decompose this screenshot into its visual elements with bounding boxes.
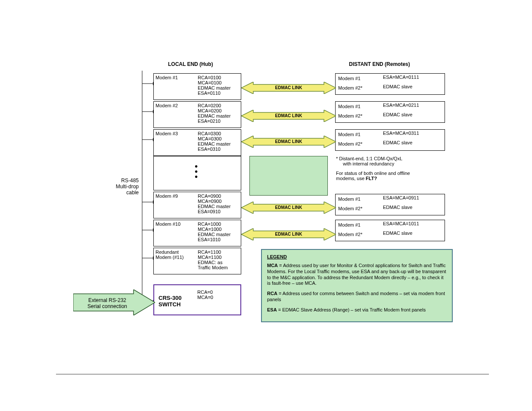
legend-title: LEGEND bbox=[267, 254, 447, 259]
legend-box: LEGEND MCA = Address used by user for Mo… bbox=[261, 249, 453, 322]
modem-name: Modem #2 bbox=[154, 102, 196, 125]
edmac-link-label: EDMAC LINK bbox=[263, 232, 314, 237]
modem-name: Modem #3 bbox=[154, 130, 196, 153]
ellipsis-dots: ••• bbox=[195, 164, 198, 179]
distant-note: * Distant-end, 1:1 CDM-Qx/QxL with inter… bbox=[336, 156, 448, 181]
bus-line bbox=[138, 71, 155, 312]
external-arrow-label: External RS-232 Serial connection bbox=[79, 297, 135, 309]
remote-modem-10: Modem #1ESA=MCA=1011 Modem #2*EDMAC slav… bbox=[335, 220, 445, 241]
remote-modem-3: Modem #1ESA=MCA=0311 Modem #2*EDMAC slav… bbox=[335, 129, 445, 151]
local-modem-10: Modem #10 RCA=1000MCA=1000EDMAC masterES… bbox=[153, 220, 241, 246]
center-green-box bbox=[249, 156, 328, 196]
legend-esa: ESA = EDMAC Slave Address (Range) – set … bbox=[267, 307, 447, 313]
bus-label-line: cable bbox=[104, 190, 139, 196]
local-modem-2: Modem #2 RCA=0200MCA=0200EDMAC masterESA… bbox=[153, 101, 241, 128]
remote-modem-2: Modem #1ESA=MCA=0211 Modem #2*EDMAC slav… bbox=[335, 101, 445, 123]
switch-sub: SWITCH bbox=[159, 301, 180, 308]
edmac-link-label: EDMAC LINK bbox=[263, 205, 314, 210]
edmac-link-label: EDMAC LINK bbox=[263, 139, 314, 144]
footer-rule bbox=[56, 374, 489, 374]
legend-rca: RCA = Address used for comms between Swi… bbox=[267, 291, 447, 303]
local-modem-3: Modem #3 RCA=0300MCA=0300EDMAC masterESA… bbox=[153, 129, 241, 156]
local-end-title: LOCAL END (Hub) bbox=[168, 61, 213, 67]
bus-label-line: Multi-drop bbox=[104, 184, 139, 190]
modem-name: Modem #1 bbox=[154, 74, 196, 97]
edmac-link-label: EDMAC LINK bbox=[263, 113, 314, 118]
remote-modem-9: Modem #1ESA=MCA=0911 Modem #2*EDMAC slav… bbox=[335, 194, 445, 215]
local-modem-1: Modem #1 RCA=0100MCA=0100EDMAC masterESA… bbox=[153, 73, 241, 100]
local-modem-9: Modem #9 RCA=0900MCA=0900EDMAC masterESA… bbox=[153, 192, 241, 218]
distant-end-title: DISTANT END (Remotes) bbox=[349, 61, 410, 67]
switch-box: CRS-300SWITCH RCA=0MCA=0 bbox=[153, 284, 241, 315]
modem-name: Modem #10 bbox=[154, 220, 196, 243]
switch-name: CRS-300 bbox=[159, 295, 181, 301]
bus-label-line: RS-485 bbox=[104, 177, 139, 184]
edmac-link-label: EDMAC LINK bbox=[263, 85, 314, 90]
modem-name: Modem #9 bbox=[154, 192, 196, 215]
remote-modem-1: Modem #1ESA=MCA=0111 Modem #2*EDMAC slav… bbox=[335, 73, 445, 95]
legend-mca: MCA = Address used by user for Monitor &… bbox=[267, 263, 447, 286]
bus-label: RS-485 Multi-drop cable bbox=[104, 177, 139, 196]
local-modem-redundant: RedundantModem (#11) RCA=1100MCA=1100EDM… bbox=[153, 248, 241, 274]
